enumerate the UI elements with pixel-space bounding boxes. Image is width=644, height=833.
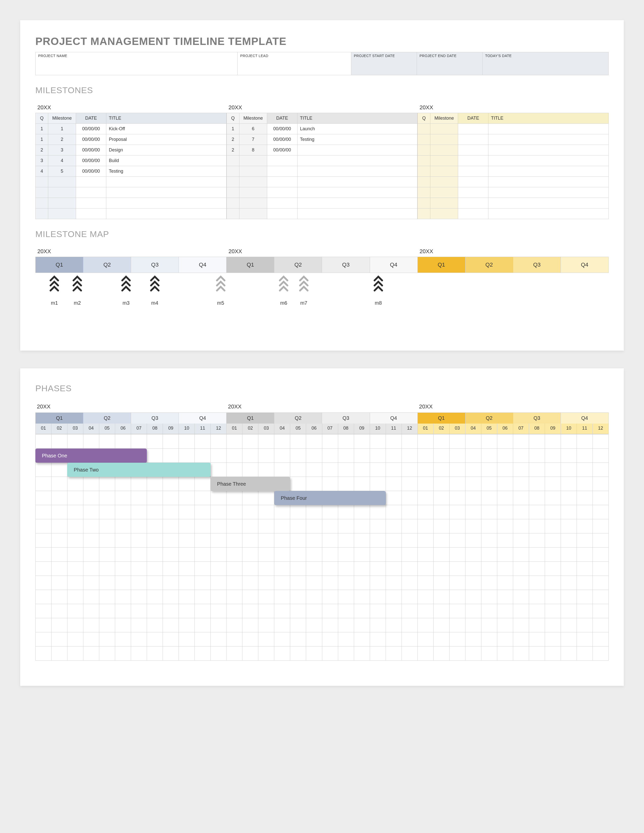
phases-cell[interactable] — [529, 562, 545, 576]
phases-cell[interactable] — [449, 618, 465, 632]
phases-cell[interactable] — [227, 604, 242, 618]
phases-cell[interactable] — [274, 449, 290, 463]
phases-cell[interactable] — [290, 449, 306, 463]
phases-cell[interactable] — [195, 576, 211, 590]
phases-cell[interactable] — [179, 477, 195, 491]
milestone-row[interactable] — [227, 156, 417, 166]
phases-cell[interactable] — [465, 449, 481, 463]
phases-cell[interactable] — [449, 491, 465, 505]
milestone-cell[interactable] — [418, 198, 430, 209]
phases-cell[interactable] — [402, 604, 418, 618]
phases-cell[interactable] — [370, 533, 386, 547]
phases-cell[interactable] — [593, 449, 609, 463]
phases-cell[interactable] — [593, 519, 609, 533]
phases-cell[interactable] — [195, 646, 211, 661]
milestone-cell[interactable] — [430, 145, 458, 156]
milestone-cell[interactable] — [106, 209, 227, 219]
phases-cell[interactable] — [513, 505, 529, 519]
phases-cell[interactable] — [561, 434, 577, 449]
milestone-cell[interactable] — [418, 124, 430, 134]
phases-cell[interactable] — [227, 449, 242, 463]
milestone-cell[interactable] — [430, 187, 458, 198]
phases-cell[interactable] — [545, 491, 561, 505]
phases-cell[interactable] — [35, 491, 52, 505]
phases-cell[interactable] — [354, 547, 370, 562]
phases-cell[interactable] — [322, 477, 338, 491]
phases-cell[interactable] — [577, 618, 593, 632]
phases-cell[interactable] — [354, 463, 370, 477]
phases-cell[interactable] — [258, 505, 274, 519]
phases-cell[interactable] — [306, 547, 322, 562]
phases-cell[interactable] — [179, 618, 195, 632]
phases-cell[interactable] — [513, 604, 529, 618]
phases-cell[interactable] — [35, 434, 52, 449]
milestone-cell[interactable] — [106, 187, 227, 198]
phases-cell[interactable] — [52, 505, 68, 519]
milestone-cell[interactable] — [48, 209, 76, 219]
phases-cell[interactable] — [35, 646, 52, 661]
phases-cell[interactable] — [99, 562, 115, 576]
phases-cell[interactable] — [322, 449, 338, 463]
phases-cell[interactable] — [354, 590, 370, 604]
phases-cell[interactable] — [242, 505, 258, 519]
phases-cell[interactable] — [322, 590, 338, 604]
phases-cell[interactable] — [147, 505, 163, 519]
phases-cell[interactable] — [163, 618, 179, 632]
phases-cell[interactable] — [147, 434, 163, 449]
phases-cell[interactable] — [52, 519, 68, 533]
phases-cell[interactable] — [242, 618, 258, 632]
phases-cell[interactable] — [179, 547, 195, 562]
phases-cell[interactable] — [195, 590, 211, 604]
phases-cell[interactable] — [52, 618, 68, 632]
phases-cell[interactable] — [338, 477, 354, 491]
phases-cell[interactable] — [274, 590, 290, 604]
phases-cell[interactable] — [322, 576, 338, 590]
milestone-cell[interactable] — [227, 156, 239, 166]
phases-cell[interactable] — [52, 604, 68, 618]
milestone-row[interactable] — [418, 156, 609, 166]
phases-cell[interactable] — [386, 632, 402, 646]
phases-cell[interactable] — [131, 505, 147, 519]
phases-cell[interactable] — [529, 519, 545, 533]
phases-cell[interactable] — [179, 505, 195, 519]
phases-cell[interactable] — [258, 604, 274, 618]
phases-cell[interactable] — [322, 562, 338, 576]
phases-cell[interactable] — [481, 533, 497, 547]
phases-cell[interactable] — [497, 491, 513, 505]
milestone-cell[interactable]: Build — [106, 156, 227, 166]
milestone-cell[interactable] — [488, 134, 609, 145]
phases-cell[interactable] — [227, 519, 242, 533]
phases-cell[interactable] — [386, 590, 402, 604]
phases-cell[interactable] — [147, 449, 163, 463]
phases-cell[interactable] — [258, 463, 274, 477]
phases-cell[interactable] — [386, 533, 402, 547]
phases-cell[interactable] — [290, 463, 306, 477]
phases-cell[interactable] — [481, 519, 497, 533]
meta-today[interactable]: TODAY'S DATE — [483, 52, 609, 75]
phases-cell[interactable] — [227, 547, 242, 562]
milestone-cell[interactable]: 00/00/00 — [267, 134, 297, 145]
phases-cell[interactable] — [68, 477, 83, 491]
phases-cell[interactable] — [179, 632, 195, 646]
phases-cell[interactable] — [449, 533, 465, 547]
milestone-marker[interactable]: m6 — [276, 275, 291, 306]
phases-cell[interactable] — [322, 463, 338, 477]
phases-cell[interactable] — [35, 463, 52, 477]
phases-cell[interactable] — [52, 477, 68, 491]
milestone-cell[interactable] — [418, 209, 430, 219]
milestone-cell[interactable]: Testing — [106, 166, 227, 177]
phases-cell[interactable] — [418, 519, 434, 533]
phases-cell[interactable] — [68, 576, 83, 590]
phases-cell[interactable] — [179, 434, 195, 449]
milestone-cell[interactable] — [488, 177, 609, 187]
milestone-cell[interactable] — [35, 187, 48, 198]
phases-cell[interactable] — [35, 604, 52, 618]
meta-start-date[interactable]: PROJECT START DATE — [351, 52, 417, 75]
milestone-row[interactable] — [35, 177, 227, 187]
phases-cell[interactable] — [322, 618, 338, 632]
phases-cell[interactable] — [258, 449, 274, 463]
phases-cell[interactable] — [258, 618, 274, 632]
phases-cell[interactable] — [163, 434, 179, 449]
phases-cell[interactable] — [99, 434, 115, 449]
milestone-cell[interactable] — [458, 177, 488, 187]
